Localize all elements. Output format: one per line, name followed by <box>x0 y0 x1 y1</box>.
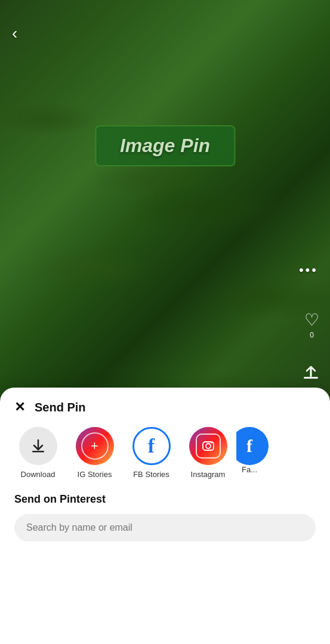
ig-stories-label: IG Stories <box>78 470 112 479</box>
share-item-facebook[interactable]: f Fa... <box>236 427 275 479</box>
pin-label-container: Image Pin <box>95 125 235 166</box>
instagram-inner <box>196 434 221 459</box>
facebook-f-icon: f <box>246 436 252 456</box>
fb-stories-icon-circle: f <box>132 427 171 465</box>
svg-rect-2 <box>32 451 44 453</box>
like-count: 0 <box>304 331 319 339</box>
share-item-fb-stories[interactable]: f FB Stories <box>123 427 180 479</box>
back-button[interactable]: ‹ <box>12 24 17 43</box>
ig-stories-inner: + <box>81 432 109 460</box>
share-item-ig-stories[interactable]: + IG Stories <box>66 427 123 479</box>
instagram-icon-circle <box>189 427 227 465</box>
search-input-wrap[interactable] <box>14 514 316 541</box>
fb-stories-label: FB Stories <box>133 470 169 479</box>
svg-point-5 <box>211 442 212 443</box>
share-upload-button[interactable] <box>303 364 319 386</box>
fb-stories-f-icon: f <box>148 435 155 457</box>
svg-point-4 <box>206 444 211 448</box>
close-button[interactable]: ✕ <box>14 400 25 415</box>
bg-overlay <box>0 0 330 405</box>
send-pinterest-title: Send on Pinterest <box>14 493 316 506</box>
share-item-download[interactable]: Download <box>10 427 66 479</box>
sheet-header: ✕ Send Pin <box>0 400 330 427</box>
share-item-instagram[interactable]: Instagram <box>180 427 236 479</box>
search-input[interactable] <box>26 522 304 533</box>
instagram-label: Instagram <box>191 470 226 479</box>
ig-stories-plus-icon: + <box>91 439 98 453</box>
send-pinterest-section: Send on Pinterest <box>0 493 330 551</box>
upload-icon <box>303 364 319 382</box>
more-options-button[interactable]: ••• <box>299 262 318 278</box>
share-icons-row: Download + IG Stories f FB Stories <box>0 427 330 493</box>
heart-icon: ♡ <box>304 310 319 330</box>
like-button[interactable]: ♡ 0 <box>304 310 319 339</box>
facebook-icon-circle: f <box>236 427 269 465</box>
background-image <box>0 0 330 405</box>
download-icon <box>29 437 47 455</box>
bottom-sheet: ✕ Send Pin Download + IG Stories <box>0 388 330 644</box>
download-label: Download <box>21 470 55 479</box>
svg-rect-1 <box>310 367 312 377</box>
svg-rect-0 <box>304 377 318 379</box>
download-icon-circle <box>19 427 57 465</box>
camera-icon <box>202 439 215 453</box>
sheet-title: Send Pin <box>35 401 86 414</box>
facebook-label: Fa... <box>242 465 257 474</box>
ig-stories-icon-circle: + <box>76 427 114 465</box>
pin-label-text: Image Pin <box>120 135 210 157</box>
